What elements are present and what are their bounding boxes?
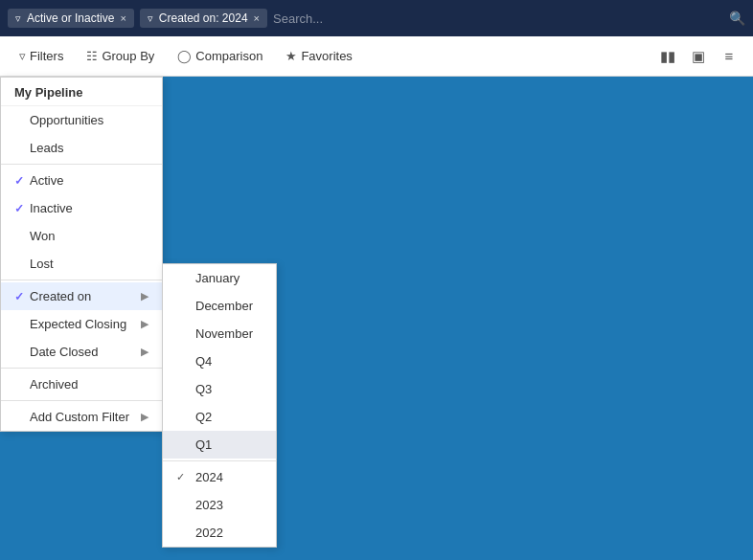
search-input-wrap	[273, 11, 723, 26]
main-area: My Pipeline Opportunities Leads ✓ Active…	[0, 77, 753, 560]
menu-item-won[interactable]: Won	[1, 222, 162, 250]
submenu-item-december[interactable]: December	[163, 292, 276, 320]
filter-tag-label-2: Created on: 2024	[159, 11, 248, 25]
menu-section-header: My Pipeline	[1, 78, 162, 106]
check-inactive: ✓	[14, 202, 30, 215]
check-expected-closing	[14, 318, 30, 331]
check-q2	[176, 412, 190, 423]
submenu-label-november: November	[195, 326, 253, 341]
filter-tag-label-1: Active or Inactive	[27, 11, 114, 25]
menu-item-label-date-closed: Date Closed	[30, 345, 99, 359]
star-icon: ★	[285, 49, 297, 63]
menu-item-label-inactive: Inactive	[30, 201, 73, 215]
groupby-icon: ☷	[86, 49, 98, 63]
menu-item-lost[interactable]: Lost	[1, 250, 162, 278]
check-lost	[14, 258, 30, 271]
menu-item-created-on[interactable]: ✓ Created on ▶	[1, 282, 162, 310]
menu-item-label-add-custom-filter: Add Custom Filter	[30, 410, 129, 424]
comparison-label: Comparison	[195, 49, 262, 63]
arrow-expected-closing: ▶	[141, 318, 148, 330]
filter-tag-created-on[interactable]: ▿ Created on: 2024 ×	[140, 9, 267, 28]
group-by-button[interactable]: ☷ Group By	[77, 44, 164, 68]
submenu-label-december: December	[195, 299, 253, 313]
check-2023	[176, 500, 190, 511]
check-q4	[176, 356, 190, 368]
menu-item-label-leads: Leads	[30, 141, 63, 155]
menu-separator-3	[1, 368, 162, 369]
submenu-item-q1[interactable]: Q1	[163, 431, 276, 459]
submenu-item-q4[interactable]: Q4	[163, 347, 276, 375]
filter-tag-active-inactive[interactable]: ▿ Active or Inactive ×	[8, 9, 134, 28]
primary-menu: My Pipeline Opportunities Leads ✓ Active…	[0, 77, 163, 432]
menu-item-label-archived: Archived	[30, 377, 79, 392]
submenu-label-q1: Q1	[195, 437, 212, 452]
funnel-icon-1: ▿	[15, 12, 21, 25]
arrow-add-custom-filter: ▶	[141, 411, 148, 423]
menu-item-label-won: Won	[30, 229, 56, 243]
submenu-item-november[interactable]: November	[163, 320, 276, 347]
submenu-item-2022[interactable]: 2022	[163, 519, 276, 547]
submenu-label-2022: 2022	[195, 526, 223, 540]
toolbar: ▿ Filters ☷ Group By ◯ Comparison ★ Favo…	[0, 36, 753, 77]
check-january	[176, 273, 190, 284]
menu-item-date-closed[interactable]: Date Closed ▶	[1, 338, 162, 366]
menu-item-label-active: Active	[30, 173, 63, 188]
filter-icon: ▿	[19, 49, 26, 63]
check-archived	[14, 378, 30, 392]
check-q3	[176, 384, 190, 395]
menu-item-leads[interactable]: Leads	[1, 134, 162, 162]
check-opportunities	[14, 114, 30, 127]
submenu-label-2023: 2023	[195, 498, 223, 512]
menu-separator-2	[1, 280, 162, 280]
submenu-item-q3[interactable]: Q3	[163, 375, 276, 403]
check-active: ✓	[14, 174, 30, 188]
filters-button[interactable]: ▿ Filters	[10, 44, 73, 68]
comparison-icon: ◯	[177, 49, 192, 63]
check-leads	[14, 142, 30, 155]
dropdown-overlay: My Pipeline Opportunities Leads ✓ Active…	[0, 77, 753, 560]
menu-item-opportunities[interactable]: Opportunities	[1, 106, 162, 134]
menu-item-expected-closing[interactable]: Expected Closing ▶	[1, 310, 162, 338]
filters-label: Filters	[30, 49, 63, 63]
check-add-custom	[14, 411, 30, 424]
filter-close-btn-2[interactable]: ×	[254, 12, 260, 24]
submenu-label-q2: Q2	[195, 410, 212, 424]
check-date-closed	[14, 346, 30, 359]
menu-separator-1	[1, 164, 162, 165]
menu-item-label-lost: Lost	[30, 257, 54, 271]
check-2024: ✓	[176, 471, 190, 483]
submenu-divider	[163, 460, 276, 461]
bar-chart-view-button[interactable]: ▮▮	[653, 42, 682, 71]
top-bar: ▿ Active or Inactive × ▿ Created on: 202…	[0, 0, 753, 36]
menu-item-inactive[interactable]: ✓ Inactive	[1, 194, 162, 222]
groupby-label: Group By	[102, 49, 154, 63]
submenu-item-q2[interactable]: Q2	[163, 403, 276, 431]
check-won	[14, 230, 30, 243]
search-input[interactable]	[273, 11, 723, 26]
menu-item-active[interactable]: ✓ Active	[1, 167, 162, 194]
search-icon[interactable]: 🔍	[729, 11, 745, 26]
menu-item-add-custom-filter[interactable]: Add Custom Filter ▶	[1, 403, 162, 431]
grid-view-button[interactable]: ▣	[684, 42, 713, 71]
submenu-item-january[interactable]: January	[163, 264, 276, 292]
check-created-on: ✓	[14, 290, 30, 303]
submenu-created-on: January December November Q4 Q3 Q2	[162, 263, 277, 548]
list-view-button[interactable]: ≡	[715, 42, 743, 71]
submenu-item-2024[interactable]: ✓ 2024	[163, 463, 276, 491]
submenu-label-q4: Q4	[195, 354, 212, 369]
submenu-label-2024: 2024	[195, 470, 223, 484]
favorites-button[interactable]: ★ Favorites	[276, 44, 361, 68]
check-q1	[176, 439, 190, 451]
check-december	[176, 301, 190, 312]
submenu-item-2023[interactable]: 2023	[163, 491, 276, 519]
menu-separator-4	[1, 400, 162, 401]
view-switcher: ▮▮ ▣ ≡	[653, 42, 743, 71]
favorites-label: Favorites	[301, 49, 352, 63]
menu-item-label-created-on: Created on	[30, 289, 91, 303]
arrow-created-on: ▶	[141, 290, 148, 302]
submenu-label-january: January	[195, 271, 240, 285]
filter-close-btn-1[interactable]: ×	[120, 12, 126, 24]
comparison-button[interactable]: ◯ Comparison	[168, 44, 272, 68]
check-2022	[176, 527, 190, 539]
menu-item-archived[interactable]: Archived	[1, 370, 162, 398]
